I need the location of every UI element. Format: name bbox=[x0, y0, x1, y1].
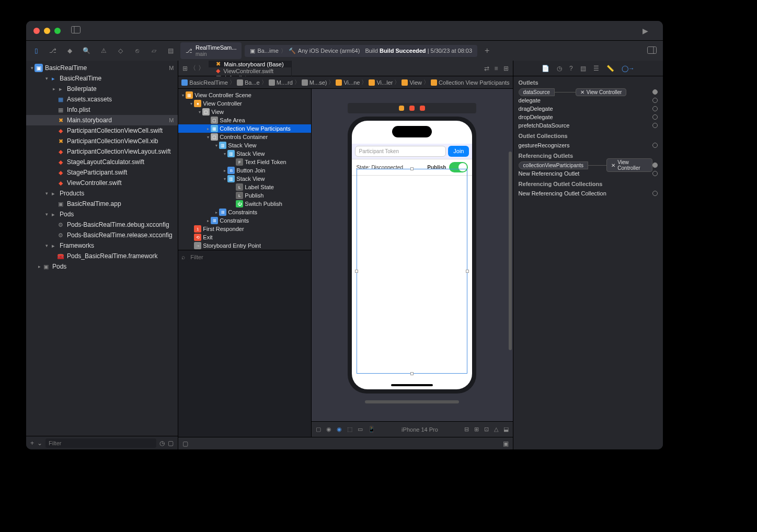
connection-socket-icon[interactable] bbox=[652, 114, 658, 120]
outline-row[interactable]: ▾●View Controller bbox=[178, 99, 311, 108]
filter-icon[interactable]: ⌄ bbox=[37, 440, 42, 447]
help-inspector-icon[interactable]: ? bbox=[569, 65, 573, 72]
align-icon[interactable]: ⊞ bbox=[474, 426, 479, 433]
nav-row[interactable]: ▦Info.plist bbox=[26, 105, 178, 115]
sidebar-toggle-icon[interactable] bbox=[71, 26, 81, 35]
nav-row[interactable]: ▾▸Pods bbox=[26, 209, 178, 219]
outline-row[interactable]: →Storyboard Entry Point bbox=[178, 241, 311, 250]
participant-token-field[interactable]: Participant Token bbox=[355, 146, 446, 157]
find-navigator-icon[interactable]: 🔍 bbox=[83, 47, 90, 55]
nav-row[interactable]: ◆ViewController.swift bbox=[26, 178, 178, 188]
scheme-selector[interactable]: ⎇ RealTimeSam... main bbox=[180, 42, 242, 59]
history-inspector-icon[interactable]: ◷ bbox=[557, 65, 562, 72]
size-inspector-icon[interactable]: 📏 bbox=[606, 65, 614, 72]
outline-row[interactable]: ▾▥Stack View bbox=[178, 141, 311, 149]
nav-row[interactable]: ▾▸Products bbox=[26, 188, 178, 199]
outline-row[interactable]: ▸⊞Constraints bbox=[178, 216, 311, 225]
connection-socket-icon[interactable] bbox=[652, 143, 658, 148]
resize-handle[interactable] bbox=[410, 167, 414, 170]
ib-canvas[interactable]: → bbox=[312, 89, 512, 421]
nav-row[interactable]: ▦Assets.xcassets bbox=[26, 94, 178, 105]
outline-row[interactable]: ▾▦View Controller Scene bbox=[178, 91, 311, 99]
nav-row[interactable]: ▾▸BasicRealTime bbox=[26, 73, 178, 84]
outline-row[interactable]: ▸▦Collection View Participants bbox=[178, 124, 311, 133]
debug-pane-toggle-icon[interactable]: ▣ bbox=[503, 440, 509, 447]
attributes-inspector-icon[interactable]: ☰ bbox=[593, 65, 599, 72]
activity-viewer[interactable]: ▣ Ba...ime 〉 🔨 Any iOS Device (arm64) Bu… bbox=[245, 45, 477, 57]
connection-row[interactable]: dragDelegate bbox=[513, 105, 663, 113]
connection-row[interactable]: gestureRecognizers bbox=[513, 141, 663, 149]
nav-row[interactable]: ✖ParticipantCollectionViewCell.xib bbox=[26, 136, 178, 146]
connection-socket-icon[interactable] bbox=[652, 89, 658, 95]
library-button-icon[interactable] bbox=[647, 47, 657, 55]
connection-row[interactable]: delegate bbox=[513, 96, 663, 105]
symbol-navigator-icon[interactable]: ◆ bbox=[66, 47, 73, 55]
breakpoint-navigator-icon[interactable]: ▱ bbox=[150, 47, 157, 55]
jump-bar-segment[interactable]: View bbox=[402, 79, 422, 86]
outline-row[interactable]: ⟲Exit bbox=[178, 233, 311, 241]
connection-row[interactable]: dataSource✕View Controller bbox=[513, 88, 663, 96]
jump-bar-segment[interactable]: BasicRealTime bbox=[181, 79, 228, 86]
bounds-icon[interactable]: ◉ bbox=[337, 426, 342, 433]
nav-row[interactable]: ◆ParticipantCollectionViewCell.swift bbox=[26, 125, 178, 136]
outline-row[interactable]: ▾▥Stack View bbox=[178, 175, 311, 183]
connection-row[interactable]: dropDelegate bbox=[513, 113, 663, 121]
outline-row[interactable]: ▾▥Stack View bbox=[178, 149, 311, 158]
project-navigator-icon[interactable]: ▯ bbox=[32, 47, 40, 55]
connections-inspector-icon[interactable]: ◯→ bbox=[622, 65, 635, 72]
adjust-editor-icon[interactable]: ◉ bbox=[326, 426, 331, 433]
responder-dock-icon[interactable] bbox=[409, 106, 415, 111]
resize-handle[interactable] bbox=[466, 270, 469, 273]
add-tab-button[interactable]: + bbox=[485, 46, 489, 55]
jump-bar-segment[interactable]: Collection View Participants bbox=[431, 79, 510, 86]
back-button-icon[interactable]: 〈 bbox=[190, 64, 196, 73]
close-window-button[interactable] bbox=[33, 28, 40, 34]
add-editor-icon[interactable]: ⊞ bbox=[503, 65, 509, 72]
outline-row[interactable]: 1First Responder bbox=[178, 225, 311, 233]
document-outline[interactable]: ▾▦View Controller Scene▾●View Controller… bbox=[178, 89, 312, 250]
nav-row[interactable]: ⚙Pods-BasicRealTime.release.xcconfig bbox=[26, 230, 178, 240]
resize-handle[interactable] bbox=[355, 270, 358, 273]
outline-filter-input[interactable] bbox=[187, 252, 308, 262]
nav-row-root[interactable]: ▾ ▣ BasicRealTime M bbox=[26, 63, 178, 73]
outline-row[interactable]: ▾▢View bbox=[178, 108, 311, 116]
connection-row[interactable]: collectionViewParticipants✕View Controll… bbox=[513, 161, 663, 169]
editor-options-icon[interactable]: ≡ bbox=[495, 65, 498, 72]
identity-inspector-icon[interactable]: ▤ bbox=[580, 65, 586, 72]
forward-button-icon[interactable]: 〉 bbox=[198, 64, 204, 73]
nav-row[interactable]: ▸▣Pods bbox=[26, 261, 178, 272]
orientation-icon[interactable]: ▭ bbox=[358, 426, 363, 433]
run-button-icon[interactable]: ▶ bbox=[643, 27, 648, 35]
zoom-window-button[interactable] bbox=[54, 28, 61, 34]
connection-socket-icon[interactable] bbox=[652, 171, 658, 176]
device-selector[interactable]: iPhone 14 Pro bbox=[402, 426, 438, 433]
collection-view-selection[interactable] bbox=[357, 169, 467, 374]
exit-dock-icon[interactable] bbox=[420, 106, 425, 111]
vertical-scrollbar[interactable] bbox=[509, 152, 512, 350]
outline-toggle-icon[interactable]: ▢ bbox=[316, 426, 321, 433]
related-items-icon[interactable]: ⊞ bbox=[182, 65, 188, 72]
nav-row[interactable]: ✖Main.storyboardM bbox=[26, 115, 178, 125]
nav-row[interactable]: ⚙Pods-BasicRealTime.debug.xcconfig bbox=[26, 219, 178, 230]
jump-bar-segment[interactable]: Vi...ne bbox=[336, 79, 360, 86]
outline-row[interactable]: ▸BButton Join bbox=[178, 166, 311, 175]
resolve-icon[interactable]: △ bbox=[494, 426, 498, 433]
recent-filter-icon[interactable]: ◷ bbox=[159, 440, 165, 447]
connection-socket-icon[interactable] bbox=[652, 123, 658, 128]
outline-row[interactable]: ▢Safe Area bbox=[178, 116, 311, 124]
nav-row[interactable]: ▣BasicRealTime.app bbox=[26, 199, 178, 209]
nav-row[interactable]: ▸▸Boilerplate bbox=[26, 84, 178, 94]
add-button-icon[interactable]: + bbox=[30, 440, 34, 447]
nav-row[interactable]: ◆StageLayoutCalculator.swift bbox=[26, 157, 178, 167]
editor-tab[interactable]: ✖Main.storyboard (Base) bbox=[209, 61, 291, 67]
connection-socket-icon[interactable] bbox=[652, 191, 658, 196]
outline-row[interactable]: LLabel State bbox=[178, 183, 311, 191]
file-inspector-icon[interactable]: 📄 bbox=[542, 65, 549, 72]
connection-socket-icon[interactable] bbox=[652, 163, 658, 168]
vc-dock-icon[interactable] bbox=[399, 106, 404, 111]
scm-filter-icon[interactable]: ▢ bbox=[168, 440, 174, 447]
navigator-filter-input[interactable] bbox=[45, 438, 156, 448]
nav-row[interactable]: ▾▸Frameworks bbox=[26, 240, 178, 251]
jump-bar-segment[interactable]: Vi...ler bbox=[369, 79, 393, 86]
nav-row[interactable]: ◆ParticipantCollectionViewLayout.swift bbox=[26, 146, 178, 157]
